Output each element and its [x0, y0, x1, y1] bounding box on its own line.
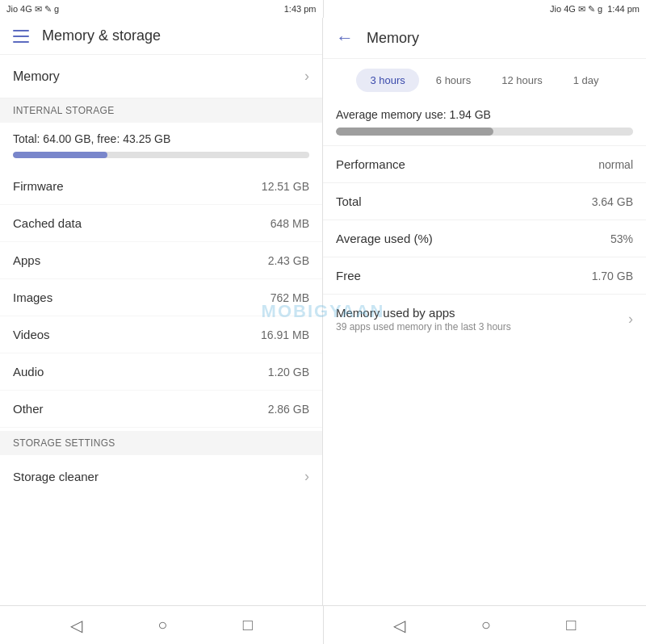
- storage-cleaner-chevron-icon: ›: [304, 468, 309, 485]
- memory-progress-bar: [336, 128, 633, 136]
- memory-used-apps-chevron-icon: ›: [628, 311, 633, 328]
- hamburger-menu-button[interactable]: [13, 30, 29, 43]
- storage-cleaner-label: Storage cleaner: [13, 470, 99, 483]
- other-value: 2.86 GB: [268, 403, 309, 416]
- tab-12hours[interactable]: 12 hours: [488, 69, 556, 92]
- right-recent-nav-icon[interactable]: □: [566, 616, 576, 634]
- firmware-value: 12.51 GB: [262, 180, 309, 193]
- memory-stats-list: Performance normal Total 3.64 GB Average…: [323, 145, 646, 294]
- tab-1day[interactable]: 1 day: [560, 69, 613, 92]
- left-home-nav-icon[interactable]: ○: [157, 616, 167, 634]
- storage-item-firmware: Firmware 12.51 GB: [0, 168, 322, 205]
- right-time: 1:44 pm: [607, 4, 640, 14]
- bottom-nav: ◁ ○ □ ◁ ○ □: [0, 605, 646, 644]
- images-label: Images: [13, 291, 52, 304]
- images-value: 762 MB: [271, 291, 309, 304]
- hamburger-line-3: [13, 41, 29, 43]
- left-panel: Memory & storage Memory › INTERNAL STORA…: [0, 18, 323, 605]
- tab-6hours[interactable]: 6 hours: [422, 69, 484, 92]
- left-header: Memory & storage: [0, 18, 322, 55]
- left-bottom-nav: ◁ ○ □: [0, 606, 324, 644]
- storage-item-apps: Apps 2.43 GB: [0, 242, 322, 279]
- stat-total: Total 3.64 GB: [323, 182, 646, 220]
- memory-used-apps-info: Memory used by apps 39 apps used memory …: [336, 306, 511, 332]
- left-status-bar: Jio 4G ✉ ✎ g 1:43 pm: [0, 0, 323, 18]
- storage-settings-header: STORAGE SETTINGS: [0, 431, 322, 455]
- left-time: 1:43 pm: [284, 4, 317, 14]
- memory-progress-fill: [336, 128, 493, 136]
- other-label: Other: [13, 402, 44, 416]
- avg-used-value: 53%: [610, 232, 633, 245]
- free-value: 1.70 GB: [592, 270, 633, 282]
- memory-used-apps-sub: 39 apps used memory in the last 3 hours: [336, 321, 511, 332]
- left-carrier: Jio 4G ✉ ✎ g: [6, 4, 59, 15]
- left-panel-title: Memory & storage: [42, 27, 161, 44]
- back-button[interactable]: ←: [336, 27, 354, 48]
- performance-label: Performance: [336, 157, 405, 171]
- left-recent-nav-icon[interactable]: □: [243, 616, 253, 634]
- storage-item-other: Other 2.86 GB: [0, 391, 322, 428]
- audio-label: Audio: [13, 365, 44, 378]
- memory-used-apps-row[interactable]: Memory used by apps 39 apps used memory …: [323, 294, 646, 344]
- storage-item-audio: Audio 1.20 GB: [0, 353, 322, 391]
- storage-progress-fill: [13, 152, 107, 158]
- storage-item-images: Images 762 MB: [0, 279, 322, 316]
- tab-3hours[interactable]: 3 hours: [356, 69, 418, 92]
- free-label: Free: [336, 269, 361, 282]
- videos-value: 16.91 MB: [261, 328, 309, 341]
- cached-label: Cached data: [13, 216, 82, 230]
- cached-value: 648 MB: [271, 217, 309, 230]
- right-panel-title: Memory: [367, 30, 419, 47]
- hamburger-line-2: [13, 36, 29, 37]
- avg-memory-use: Average memory use: 1.94 GB: [323, 102, 646, 124]
- left-back-nav-icon[interactable]: ◁: [70, 616, 82, 635]
- avg-used-label: Average used (%): [336, 232, 433, 245]
- firmware-label: Firmware: [13, 179, 64, 193]
- memory-row[interactable]: Memory ›: [0, 55, 322, 98]
- status-bars: Jio 4G ✉ ✎ g 1:43 pm Jio 4G ✉ ✎ g 1:44 p…: [0, 0, 646, 18]
- total-label: Total: [336, 194, 362, 208]
- right-home-nav-icon[interactable]: ○: [481, 616, 491, 634]
- performance-value: normal: [598, 158, 633, 171]
- right-header: ← Memory: [323, 18, 646, 59]
- storage-items-list: Firmware 12.51 GB Cached data 648 MB App…: [0, 168, 322, 428]
- stat-free: Free 1.70 GB: [323, 257, 646, 294]
- total-value: 3.64 GB: [592, 195, 633, 208]
- storage-progress-container: [0, 148, 322, 168]
- hamburger-line-1: [13, 30, 29, 31]
- right-status-bar: Jio 4G ✉ ✎ g 1:44 pm: [323, 0, 647, 18]
- memory-chevron-icon: ›: [304, 68, 309, 85]
- apps-label: Apps: [13, 253, 40, 267]
- internal-storage-header: INTERNAL STORAGE: [0, 98, 322, 123]
- right-panel: ← Memory 3 hours 6 hours 12 hours 1 day …: [323, 18, 646, 605]
- storage-settings-section: STORAGE SETTINGS Storage cleaner ›: [0, 431, 322, 498]
- storage-item-videos: Videos 16.91 MB: [0, 316, 322, 353]
- stat-avg-used: Average used (%) 53%: [323, 220, 646, 257]
- memory-label: Memory: [13, 69, 60, 84]
- time-tabs: 3 hours 6 hours 12 hours 1 day: [323, 59, 646, 102]
- storage-total: Total: 64.00 GB, free: 43.25 GB: [0, 123, 322, 148]
- right-carrier: Jio 4G ✉ ✎ g: [550, 4, 607, 15]
- memory-progress-container: [323, 124, 646, 145]
- storage-cleaner-row[interactable]: Storage cleaner ›: [0, 455, 322, 498]
- right-bottom-nav: ◁ ○ □: [324, 606, 647, 644]
- audio-value: 1.20 GB: [268, 366, 309, 378]
- storage-progress-bar: [13, 152, 309, 158]
- storage-item-cached[interactable]: Cached data 648 MB: [0, 205, 322, 242]
- memory-used-apps-title: Memory used by apps: [336, 306, 511, 320]
- stat-performance: Performance normal: [323, 145, 646, 182]
- apps-value: 2.43 GB: [268, 254, 309, 267]
- videos-label: Videos: [13, 328, 50, 341]
- right-back-nav-icon[interactable]: ◁: [393, 616, 405, 635]
